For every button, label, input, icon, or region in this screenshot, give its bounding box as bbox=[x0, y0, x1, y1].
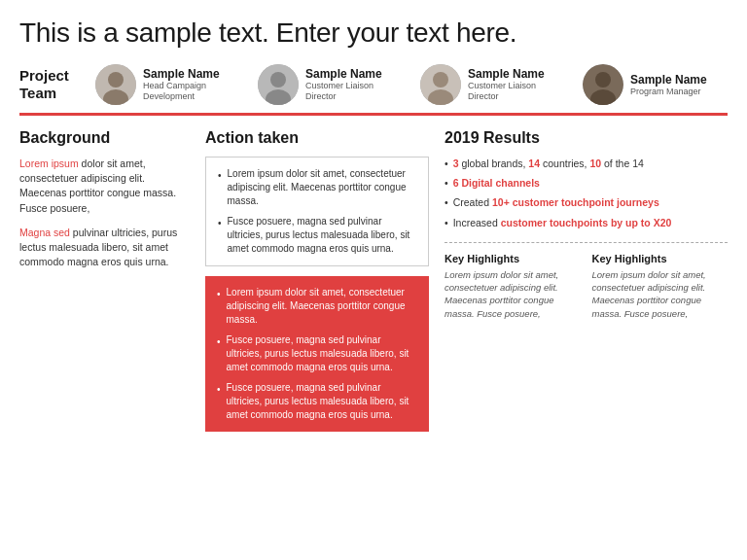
member-name-3: Sample Name bbox=[468, 67, 565, 81]
results-title: 2019 Results bbox=[445, 129, 728, 147]
action-white-item-2: • Fusce posuere, magna sed pulvinar ultr… bbox=[218, 215, 416, 256]
team-members: Sample Name Head Campaign Development Sa… bbox=[95, 64, 707, 105]
bullet-dot-1: • bbox=[218, 169, 222, 208]
key-highlight-text-2: Lorem ipsum dolor sit amet, consectetuer… bbox=[592, 268, 729, 320]
result-item-2: 6 Digital channels bbox=[445, 176, 728, 191]
key-highlight-text-1: Lorem ipsum dolor sit amet, consectetuer… bbox=[445, 268, 581, 320]
background-title: Background bbox=[19, 129, 190, 147]
action-red-text-2: Fusce posuere, magna sed pulvinar ultric… bbox=[227, 333, 417, 374]
svg-point-4 bbox=[270, 72, 286, 88]
action-red-text-1: Lorem ipsum dolor sit amet, consectetuer… bbox=[227, 286, 417, 327]
key-highlight-col-1: Key Highlights Lorem ipsum dolor sit ame… bbox=[445, 253, 581, 320]
bullet-dot-r3: • bbox=[217, 383, 221, 422]
project-team-label: ProjectTeam bbox=[19, 67, 86, 102]
member-name-2: Sample Name bbox=[305, 67, 403, 81]
avatar-2 bbox=[258, 64, 299, 105]
svg-point-7 bbox=[433, 72, 448, 88]
result-item-3: Created 10+ customer touchpoint journeys bbox=[445, 195, 728, 210]
action-red-text-3: Fusce posuere, magna sed pulvinar ultric… bbox=[227, 381, 417, 422]
main-content: Background Lorem ipsum dolor sit amet, c… bbox=[19, 129, 728, 432]
team-member-1: Sample Name Head Campaign Development bbox=[95, 64, 240, 105]
section-divider bbox=[19, 113, 728, 116]
project-team-section: ProjectTeam Sample Name Head Campaign De… bbox=[19, 64, 728, 105]
member-info-3: Sample Name Customer Liaison Director bbox=[468, 67, 565, 102]
action-white-item-1: • Lorem ipsum dolor sit amet, consectetu… bbox=[218, 167, 416, 208]
member-role-4: Program Manager bbox=[630, 87, 707, 97]
action-red-box: • Lorem ipsum dolor sit amet, consectetu… bbox=[205, 276, 429, 432]
bullet-dot-2: • bbox=[218, 217, 222, 256]
key-highlight-col-2: Key Highlights Lorem ipsum dolor sit ame… bbox=[592, 253, 729, 320]
team-member-3: Sample Name Customer Liaison Director bbox=[420, 64, 565, 105]
results-list: 3 global brands, 14 countries, 10 of the… bbox=[445, 157, 728, 230]
team-member-4: Sample Name Program Manager bbox=[583, 64, 707, 105]
background-highlight-1: Lorem ipsum bbox=[19, 158, 79, 169]
background-column: Background Lorem ipsum dolor sit amet, c… bbox=[19, 129, 190, 280]
member-info-1: Sample Name Head Campaign Development bbox=[143, 67, 240, 102]
member-name-4: Sample Name bbox=[630, 73, 707, 87]
background-highlight-2: Magna sed bbox=[19, 227, 70, 238]
background-block-1: Lorem ipsum dolor sit amet, consectetuer… bbox=[19, 157, 190, 216]
member-role-2: Customer Liaison Director bbox=[305, 81, 403, 102]
background-block-2: Magna sed pulvinar ultricies, purus lect… bbox=[19, 226, 190, 270]
result-text-2: 6 Digital channels bbox=[453, 176, 540, 191]
member-info-2: Sample Name Customer Liaison Director bbox=[305, 67, 403, 102]
action-white-box: • Lorem ipsum dolor sit amet, consectetu… bbox=[205, 157, 429, 266]
avatar-4 bbox=[583, 64, 623, 105]
key-highlights-row: Key Highlights Lorem ipsum dolor sit ame… bbox=[445, 253, 728, 320]
svg-point-1 bbox=[108, 72, 124, 88]
result-item-1: 3 global brands, 14 countries, 10 of the… bbox=[445, 157, 728, 171]
action-red-item-3: • Fusce posuere, magna sed pulvinar ultr… bbox=[217, 381, 417, 422]
member-role-3: Customer Liaison Director bbox=[468, 81, 565, 102]
svg-point-10 bbox=[595, 72, 611, 88]
member-role-1: Head Campaign Development bbox=[143, 81, 240, 102]
bullet-dot-r1: • bbox=[217, 288, 221, 327]
avatar-3 bbox=[420, 64, 461, 105]
action-red-item-2: • Fusce posuere, magna sed pulvinar ultr… bbox=[217, 333, 417, 374]
action-column: Action taken • Lorem ipsum dolor sit ame… bbox=[205, 129, 429, 432]
result-text-3: Created 10+ customer touchpoint journeys bbox=[453, 195, 659, 210]
key-highlight-title-2: Key Highlights bbox=[592, 253, 729, 264]
action-red-item-1: • Lorem ipsum dolor sit amet, consectetu… bbox=[217, 286, 417, 327]
member-name-1: Sample Name bbox=[143, 67, 240, 81]
result-item-4: Increased customer touchpoints by up to … bbox=[445, 216, 728, 230]
member-info-4: Sample Name Program Manager bbox=[630, 73, 707, 97]
action-white-text-2: Fusce posuere, magna sed pulvinar ultric… bbox=[228, 215, 416, 256]
results-column: 2019 Results 3 global brands, 14 countri… bbox=[445, 129, 728, 320]
action-title: Action taken bbox=[205, 129, 429, 147]
result-text-1: 3 global brands, 14 countries, 10 of the… bbox=[453, 157, 644, 171]
team-member-2: Sample Name Customer Liaison Director bbox=[258, 64, 403, 105]
key-highlight-title-1: Key Highlights bbox=[445, 253, 581, 264]
action-white-text-1: Lorem ipsum dolor sit amet, consectetuer… bbox=[228, 167, 416, 208]
result-text-4: Increased customer touchpoints by up to … bbox=[453, 216, 672, 230]
page-title: This is a sample text. Enter your text h… bbox=[19, 18, 728, 49]
bullet-dot-r2: • bbox=[217, 335, 221, 374]
avatar-1 bbox=[95, 64, 136, 105]
results-divider bbox=[445, 242, 728, 243]
